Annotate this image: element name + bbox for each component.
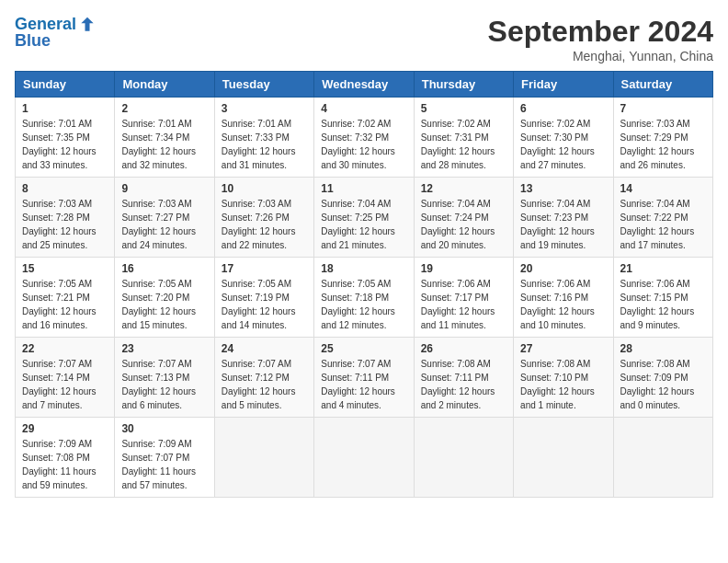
day-number: 16 [121,262,207,275]
calendar-cell [514,418,613,498]
calendar-cell: 3 Sunrise: 7:01 AM Sunset: 7:33 PM Dayli… [214,98,313,178]
day-number: 14 [620,182,706,195]
calendar-cell: 25 Sunrise: 7:07 AM Sunset: 7:11 PM Dayl… [314,338,414,418]
calendar-week-1: 1 Sunrise: 7:01 AM Sunset: 7:35 PM Dayli… [16,98,713,178]
day-number: 29 [22,422,108,435]
day-info: Sunrise: 7:09 AM Sunset: 7:07 PM Dayligh… [121,437,207,492]
day-number: 30 [121,422,207,435]
day-info: Sunrise: 7:03 AM Sunset: 7:29 PM Dayligh… [620,117,706,172]
weekday-header-sunday: Sunday [16,72,115,98]
day-info: Sunrise: 7:02 AM Sunset: 7:30 PM Dayligh… [520,117,606,172]
calendar-cell: 10 Sunrise: 7:03 AM Sunset: 7:26 PM Dayl… [214,178,313,258]
day-number: 1 [22,102,108,115]
calendar-cell: 22 Sunrise: 7:07 AM Sunset: 7:14 PM Dayl… [16,338,115,418]
day-info: Sunrise: 7:01 AM Sunset: 7:34 PM Dayligh… [121,117,207,172]
calendar-cell: 6 Sunrise: 7:02 AM Sunset: 7:30 PM Dayli… [514,98,613,178]
weekday-header-tuesday: Tuesday [214,72,313,98]
day-info: Sunrise: 7:05 AM Sunset: 7:21 PM Dayligh… [22,277,108,332]
day-info: Sunrise: 7:05 AM Sunset: 7:19 PM Dayligh… [222,277,307,332]
day-info: Sunrise: 7:05 AM Sunset: 7:20 PM Dayligh… [121,277,207,332]
day-info: Sunrise: 7:09 AM Sunset: 7:08 PM Dayligh… [22,437,108,492]
day-info: Sunrise: 7:03 AM Sunset: 7:26 PM Dayligh… [222,197,307,252]
calendar-cell: 11 Sunrise: 7:04 AM Sunset: 7:25 PM Dayl… [314,178,414,258]
day-number: 25 [321,342,406,355]
day-info: Sunrise: 7:04 AM Sunset: 7:25 PM Dayligh… [321,197,406,252]
calendar-cell: 28 Sunrise: 7:08 AM Sunset: 7:09 PM Dayl… [613,338,712,418]
weekday-header-row: SundayMondayTuesdayWednesdayThursdayFrid… [16,72,713,98]
title-section: September 2024 Menghai, Yunnan, China [488,15,713,63]
day-number: 19 [421,262,506,275]
page-header: General Blue September 2024 Menghai, Yun… [15,15,713,63]
calendar-cell: 18 Sunrise: 7:05 AM Sunset: 7:18 PM Dayl… [314,258,414,338]
calendar-cell: 7 Sunrise: 7:03 AM Sunset: 7:29 PM Dayli… [613,98,712,178]
calendar-cell: 5 Sunrise: 7:02 AM Sunset: 7:31 PM Dayli… [414,98,513,178]
day-number: 22 [22,342,108,355]
day-number: 3 [222,102,307,115]
weekday-header-monday: Monday [115,72,214,98]
calendar-cell: 21 Sunrise: 7:06 AM Sunset: 7:15 PM Dayl… [613,258,712,338]
calendar-cell: 12 Sunrise: 7:04 AM Sunset: 7:24 PM Dayl… [414,178,513,258]
day-number: 6 [520,102,606,115]
day-number: 4 [321,102,406,115]
day-number: 7 [620,102,706,115]
day-info: Sunrise: 7:06 AM Sunset: 7:15 PM Dayligh… [620,277,706,332]
calendar-cell: 4 Sunrise: 7:02 AM Sunset: 7:32 PM Dayli… [314,98,414,178]
weekday-header-wednesday: Wednesday [314,72,414,98]
day-info: Sunrise: 7:04 AM Sunset: 7:23 PM Dayligh… [520,197,606,252]
calendar-cell: 15 Sunrise: 7:05 AM Sunset: 7:21 PM Dayl… [16,258,115,338]
calendar-cell: 26 Sunrise: 7:08 AM Sunset: 7:11 PM Dayl… [414,338,513,418]
weekday-header-saturday: Saturday [613,72,712,98]
day-info: Sunrise: 7:03 AM Sunset: 7:27 PM Dayligh… [121,197,207,252]
day-number: 26 [421,342,506,355]
day-info: Sunrise: 7:01 AM Sunset: 7:35 PM Dayligh… [22,117,108,172]
calendar-cell: 29 Sunrise: 7:09 AM Sunset: 7:08 PM Dayl… [16,418,115,498]
calendar-week-2: 8 Sunrise: 7:03 AM Sunset: 7:28 PM Dayli… [16,178,713,258]
month-title: September 2024 [488,15,713,49]
day-number: 20 [520,262,606,275]
logo-icon [78,16,97,34]
day-info: Sunrise: 7:07 AM Sunset: 7:14 PM Dayligh… [22,357,108,412]
calendar-table: SundayMondayTuesdayWednesdayThursdayFrid… [15,71,713,498]
calendar-cell: 24 Sunrise: 7:07 AM Sunset: 7:12 PM Dayl… [214,338,313,418]
calendar-cell: 2 Sunrise: 7:01 AM Sunset: 7:34 PM Dayli… [115,98,214,178]
day-info: Sunrise: 7:03 AM Sunset: 7:28 PM Dayligh… [22,197,108,252]
day-info: Sunrise: 7:07 AM Sunset: 7:13 PM Dayligh… [121,357,207,412]
calendar-cell: 30 Sunrise: 7:09 AM Sunset: 7:07 PM Dayl… [115,418,214,498]
day-info: Sunrise: 7:07 AM Sunset: 7:12 PM Dayligh… [222,357,307,412]
calendar-cell [414,418,513,498]
calendar-week-3: 15 Sunrise: 7:05 AM Sunset: 7:21 PM Dayl… [16,258,713,338]
calendar-cell: 27 Sunrise: 7:08 AM Sunset: 7:10 PM Dayl… [514,338,613,418]
logo: General Blue [15,15,97,51]
day-number: 21 [620,262,706,275]
location-subtitle: Menghai, Yunnan, China [488,49,713,63]
calendar-cell: 13 Sunrise: 7:04 AM Sunset: 7:23 PM Dayl… [514,178,613,258]
day-number: 28 [620,342,706,355]
day-info: Sunrise: 7:02 AM Sunset: 7:31 PM Dayligh… [421,117,506,172]
day-number: 12 [421,182,506,195]
calendar-cell: 19 Sunrise: 7:06 AM Sunset: 7:17 PM Dayl… [414,258,513,338]
day-number: 11 [321,182,406,195]
day-number: 18 [321,262,406,275]
weekday-header-friday: Friday [514,72,613,98]
day-info: Sunrise: 7:05 AM Sunset: 7:18 PM Dayligh… [321,277,406,332]
day-number: 9 [121,182,207,195]
calendar-cell: 8 Sunrise: 7:03 AM Sunset: 7:28 PM Dayli… [16,178,115,258]
day-info: Sunrise: 7:08 AM Sunset: 7:11 PM Dayligh… [421,357,506,412]
day-number: 15 [22,262,108,275]
day-info: Sunrise: 7:08 AM Sunset: 7:10 PM Dayligh… [520,357,606,412]
calendar-cell: 17 Sunrise: 7:05 AM Sunset: 7:19 PM Dayl… [214,258,313,338]
day-number: 13 [520,182,606,195]
weekday-header-thursday: Thursday [414,72,513,98]
day-info: Sunrise: 7:06 AM Sunset: 7:17 PM Dayligh… [421,277,506,332]
day-info: Sunrise: 7:07 AM Sunset: 7:11 PM Dayligh… [321,357,406,412]
day-number: 10 [222,182,307,195]
calendar-week-5: 29 Sunrise: 7:09 AM Sunset: 7:08 PM Dayl… [16,418,713,498]
day-number: 23 [121,342,207,355]
day-info: Sunrise: 7:02 AM Sunset: 7:32 PM Dayligh… [321,117,406,172]
calendar-cell [613,418,712,498]
calendar-cell [214,418,313,498]
calendar-cell: 1 Sunrise: 7:01 AM Sunset: 7:35 PM Dayli… [16,98,115,178]
calendar-week-4: 22 Sunrise: 7:07 AM Sunset: 7:14 PM Dayl… [16,338,713,418]
calendar-cell: 14 Sunrise: 7:04 AM Sunset: 7:22 PM Dayl… [613,178,712,258]
day-number: 27 [520,342,606,355]
